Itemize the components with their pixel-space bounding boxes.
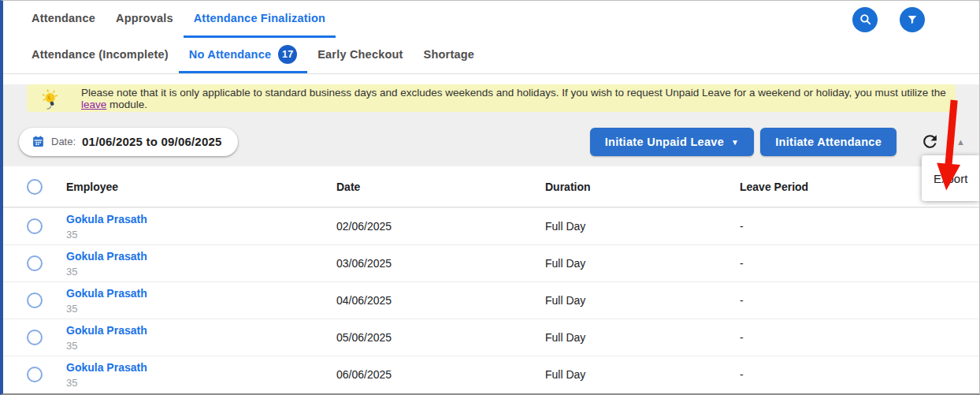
cell-leave-period: - [740,257,979,270]
employee-link[interactable]: Gokula Prasath [66,287,147,300]
cell-date: 02/06/2025 [336,220,545,233]
notice-banner: Please note that it is only applicable t… [27,84,956,112]
tab-early-checkout[interactable]: Early Checkout [307,38,413,73]
row-select-radio[interactable] [27,218,43,234]
tab-no-attendance-label: No Attendance [189,48,271,61]
notice-text-after: module. [106,99,147,110]
header-actions [852,1,925,38]
select-all-radio[interactable] [27,179,43,195]
collapse-up-arrow-icon[interactable]: ▲ [956,137,965,147]
toolbar-actions: Initiate Unpaid Leave ▼ Initiate Attenda… [590,128,970,156]
export-menu: Export [922,155,979,201]
cell-duration: Full Day [545,368,740,381]
table-row: Gokula Prasath 35 06/06/2025 Full Day - [3,356,979,393]
no-attendance-table: Employee Date Duration Leave Period Goku… [3,166,979,393]
row-select-radio[interactable] [27,293,43,308]
employee-id: 35 [66,266,336,278]
employee-id: 35 [66,340,336,352]
chevron-down-icon: ▼ [731,138,739,147]
employee-id: 35 [66,303,336,315]
lightbulb-icon [40,88,61,110]
notice-text: Please note that it is only applicable t… [81,87,956,110]
table-row: Gokula Prasath 35 02/06/2025 Full Day - [3,207,979,244]
date-label: Date: [51,136,76,147]
main-tab-bar: Attendance Approvals Attendance Finaliza… [3,1,979,38]
cell-date: 05/06/2025 [336,331,545,344]
initiate-unpaid-leave-button[interactable]: Initiate Unpaid Leave ▼ [590,128,755,156]
employee-id: 35 [66,377,336,389]
employee-link[interactable]: Gokula Prasath [66,361,147,374]
tab-shortage[interactable]: Shortage [414,38,484,73]
cell-leave-period: - [740,368,979,381]
table-row: Gokula Prasath 35 03/06/2025 Full Day - [3,244,979,281]
cell-duration: Full Day [545,294,740,307]
cell-leave-period: - [740,220,979,233]
cell-leave-period: - [740,331,979,344]
date-range-filter[interactable]: Date: 01/06/2025 to 09/06/2025 [19,128,238,156]
employee-link[interactable]: Gokula Prasath [66,213,147,225]
cell-date: 04/06/2025 [336,294,545,307]
initiate-unpaid-leave-label: Initiate Unpaid Leave [605,136,724,148]
date-range-value: 01/06/2025 to 09/06/2025 [82,135,221,148]
employee-link[interactable]: Gokula Prasath [66,324,147,337]
tab-approvals[interactable]: Approvals [106,1,184,38]
cell-leave-period: - [740,294,979,307]
row-select-radio[interactable] [27,330,43,345]
col-header-date: Date [336,181,545,193]
no-attendance-count-badge: 17 [278,45,297,64]
row-select-radio[interactable] [27,367,43,382]
employee-id: 35 [66,229,336,240]
attendance-finalization-window: Attendance Approvals Attendance Finaliza… [0,0,980,395]
tab-attendance-incomplete[interactable]: Attendance (Incomplete) [21,38,179,73]
table-header-row: Employee Date Duration Leave Period [3,166,979,207]
sub-tab-bar: Attendance (Incomplete) No Attendance 17… [3,38,979,74]
tab-no-attendance[interactable]: No Attendance 17 [179,38,307,73]
content-area: Please note that it is only applicable t… [3,84,979,395]
refresh-icon [920,132,940,151]
notice-text-before: Please note that it is only applicable t… [81,87,946,99]
refresh-button[interactable] [919,131,941,153]
initiate-attendance-label: Initiate Attendance [775,136,882,148]
search-icon [859,13,872,26]
filter-button[interactable] [900,7,925,32]
search-button[interactable] [852,7,878,32]
employee-link[interactable]: Gokula Prasath [66,250,147,263]
cell-date: 03/06/2025 [336,257,545,270]
initiate-attendance-button[interactable]: Initiate Attendance [760,128,896,156]
table-row: Gokula Prasath 35 04/06/2025 Full Day - [3,281,979,319]
cell-duration: Full Day [545,257,740,270]
cell-duration: Full Day [545,220,740,233]
row-select-radio[interactable] [27,255,43,271]
tab-attendance-finalization[interactable]: Attendance Finalization [184,1,336,38]
table-row: Gokula Prasath 35 05/06/2025 Full Day - [3,319,979,356]
calendar-icon [32,135,45,148]
cell-duration: Full Day [545,331,740,344]
tab-attendance[interactable]: Attendance [21,1,106,38]
col-header-employee: Employee [66,181,336,193]
col-header-duration: Duration [545,181,740,193]
toolbar: Date: 01/06/2025 to 09/06/2025 Initiate … [3,127,979,156]
export-menu-item[interactable]: Export [934,172,967,185]
filter-icon [906,13,919,26]
leave-module-link[interactable]: leave [81,99,106,110]
cell-date: 06/06/2025 [336,368,545,381]
